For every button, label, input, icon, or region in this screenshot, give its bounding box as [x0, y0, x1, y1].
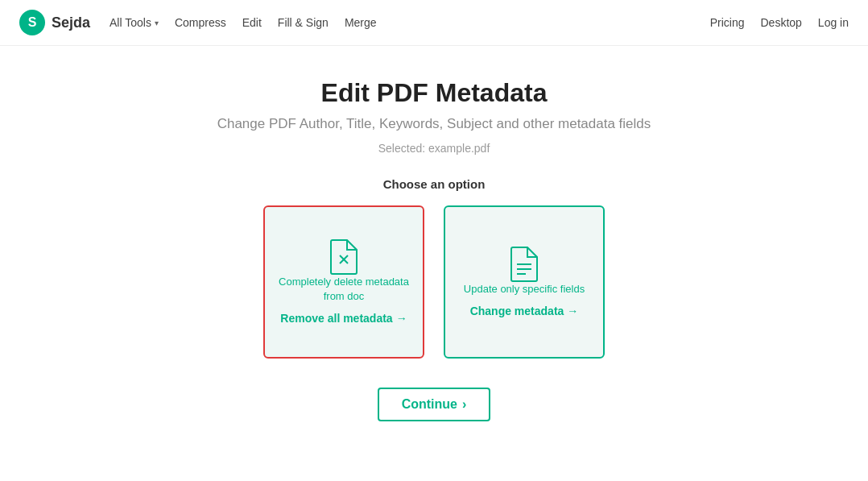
continue-arrow-icon: ›	[462, 397, 466, 412]
navbar: S Sejda All Tools ▾ Compress Edit Fill &…	[0, 0, 868, 46]
nav-edit[interactable]: Edit	[242, 16, 262, 29]
option-change-metadata[interactable]: Update only specific fields Change metad…	[444, 205, 605, 359]
options-row: Completely delete metadata from doc Remo…	[263, 205, 605, 359]
navbar-left: S Sejda All Tools ▾ Compress Edit Fill &…	[19, 10, 377, 35]
nav-all-tools[interactable]: All Tools ▾	[110, 16, 159, 29]
option-change-desc: Update only specific fields	[464, 282, 585, 296]
main-content: Edit PDF Metadata Change PDF Author, Tit…	[0, 46, 868, 437]
navbar-right: Pricing Desktop Log in	[710, 16, 849, 29]
nav-desktop[interactable]: Desktop	[760, 16, 801, 29]
option-remove-all[interactable]: Completely delete metadata from doc Remo…	[263, 205, 424, 359]
continue-button[interactable]: Continue ›	[378, 388, 491, 421]
change-metadata-icon	[510, 247, 539, 282]
nav-links: All Tools ▾ Compress Edit Fill & Sign Me…	[110, 16, 377, 29]
nav-login[interactable]: Log in	[818, 16, 849, 29]
delete-metadata-icon	[329, 239, 358, 275]
nav-merge[interactable]: Merge	[345, 16, 377, 29]
chevron-down-icon: ▾	[155, 19, 159, 27]
arrow-icon: →	[567, 305, 578, 317]
arrow-icon: →	[396, 312, 407, 325]
nav-compress[interactable]: Compress	[175, 16, 226, 29]
page-title: Edit PDF Metadata	[321, 78, 548, 108]
logo[interactable]: S Sejda	[19, 10, 90, 35]
choose-option-label: Choose an option	[383, 177, 486, 191]
option-remove-desc: Completely delete metadata from doc	[278, 275, 410, 304]
brand-name: Sejda	[52, 15, 90, 31]
option-change-action: Change metadata →	[470, 305, 579, 317]
logo-icon: S	[19, 10, 45, 35]
nav-pricing[interactable]: Pricing	[710, 16, 745, 29]
option-remove-action: Remove all metadata →	[280, 312, 407, 325]
nav-fill-sign[interactable]: Fill & Sign	[278, 16, 329, 29]
page-subtitle: Change PDF Author, Title, Keywords, Subj…	[217, 116, 651, 132]
selected-file: Selected: example.pdf	[378, 142, 490, 155]
